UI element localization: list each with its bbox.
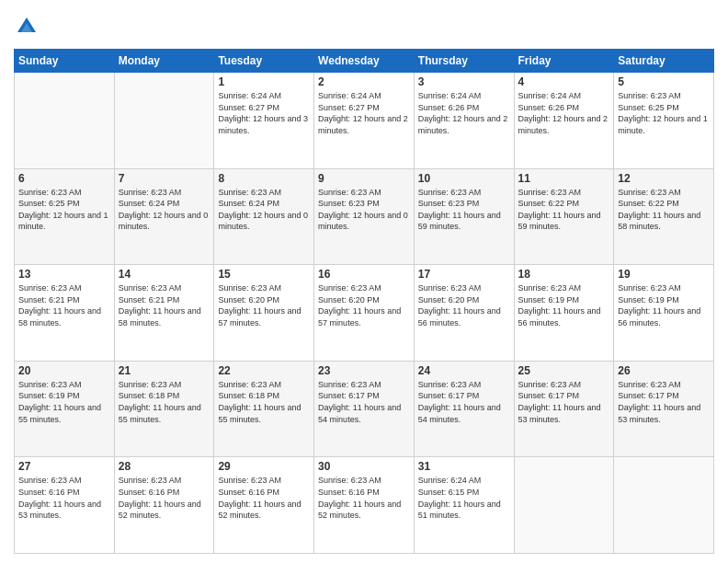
day-of-week-header: Thursday: [414, 50, 514, 73]
calendar-cell: 18Sunrise: 6:23 AM Sunset: 6:19 PM Dayli…: [514, 265, 614, 362]
day-number: 14: [119, 268, 210, 281]
calendar-cell: 7Sunrise: 6:23 AM Sunset: 6:24 PM Daylig…: [114, 168, 214, 265]
day-info: Sunrise: 6:24 AM Sunset: 6:26 PM Dayligh…: [418, 90, 510, 136]
calendar-cell: 12Sunrise: 6:23 AM Sunset: 6:22 PM Dayli…: [614, 168, 714, 265]
calendar-cell: 26Sunrise: 6:23 AM Sunset: 6:17 PM Dayli…: [614, 361, 714, 457]
calendar-cell: 27Sunrise: 6:23 AM Sunset: 6:16 PM Dayli…: [15, 457, 115, 554]
day-info: Sunrise: 6:23 AM Sunset: 6:21 PM Dayligh…: [18, 282, 110, 328]
day-of-week-header: Friday: [514, 50, 614, 73]
logo: [14, 14, 43, 40]
calendar-week-row: 20Sunrise: 6:23 AM Sunset: 6:19 PM Dayli…: [15, 361, 714, 457]
day-number: 5: [618, 75, 710, 88]
calendar-cell: 4Sunrise: 6:24 AM Sunset: 6:26 PM Daylig…: [514, 73, 614, 169]
day-of-week-header: Tuesday: [214, 50, 314, 73]
calendar-cell: 24Sunrise: 6:23 AM Sunset: 6:17 PM Dayli…: [414, 361, 514, 457]
day-info: Sunrise: 6:23 AM Sunset: 6:16 PM Dayligh…: [318, 475, 410, 521]
calendar-cell: 17Sunrise: 6:23 AM Sunset: 6:20 PM Dayli…: [414, 265, 514, 362]
day-info: Sunrise: 6:23 AM Sunset: 6:16 PM Dayligh…: [119, 475, 210, 521]
header-row: SundayMondayTuesdayWednesdayThursdayFrid…: [15, 50, 714, 73]
day-info: Sunrise: 6:23 AM Sunset: 6:25 PM Dayligh…: [618, 90, 710, 136]
day-info: Sunrise: 6:23 AM Sunset: 6:20 PM Dayligh…: [218, 282, 310, 328]
calendar-cell: 25Sunrise: 6:23 AM Sunset: 6:17 PM Dayli…: [514, 361, 614, 457]
day-info: Sunrise: 6:23 AM Sunset: 6:18 PM Dayligh…: [119, 379, 210, 425]
day-info: Sunrise: 6:23 AM Sunset: 6:24 PM Dayligh…: [218, 187, 310, 233]
day-number: 28: [119, 460, 210, 473]
calendar-cell: [114, 73, 214, 169]
calendar-cell: 31Sunrise: 6:24 AM Sunset: 6:15 PM Dayli…: [414, 457, 514, 554]
calendar-table: SundayMondayTuesdayWednesdayThursdayFrid…: [14, 49, 714, 554]
calendar-cell: 21Sunrise: 6:23 AM Sunset: 6:18 PM Dayli…: [114, 361, 214, 457]
calendar-cell: 9Sunrise: 6:23 AM Sunset: 6:23 PM Daylig…: [314, 168, 415, 265]
calendar-cell: 19Sunrise: 6:23 AM Sunset: 6:19 PM Dayli…: [614, 265, 714, 362]
day-number: 17: [418, 268, 510, 281]
day-number: 23: [318, 364, 410, 377]
day-number: 19: [618, 268, 710, 281]
day-info: Sunrise: 6:24 AM Sunset: 6:27 PM Dayligh…: [318, 90, 410, 136]
day-number: 9: [318, 172, 410, 185]
day-info: Sunrise: 6:23 AM Sunset: 6:20 PM Dayligh…: [418, 282, 510, 328]
day-info: Sunrise: 6:24 AM Sunset: 6:15 PM Dayligh…: [418, 475, 510, 521]
calendar-cell: 20Sunrise: 6:23 AM Sunset: 6:19 PM Dayli…: [15, 361, 115, 457]
day-number: 8: [218, 172, 310, 185]
day-info: Sunrise: 6:23 AM Sunset: 6:18 PM Dayligh…: [218, 379, 310, 425]
day-number: 21: [119, 364, 210, 377]
day-info: Sunrise: 6:23 AM Sunset: 6:16 PM Dayligh…: [218, 475, 310, 521]
day-number: 3: [418, 75, 510, 88]
calendar-cell: 28Sunrise: 6:23 AM Sunset: 6:16 PM Dayli…: [114, 457, 214, 554]
calendar-cell: 23Sunrise: 6:23 AM Sunset: 6:17 PM Dayli…: [314, 361, 415, 457]
calendar-cell: 2Sunrise: 6:24 AM Sunset: 6:27 PM Daylig…: [314, 73, 415, 169]
day-info: Sunrise: 6:24 AM Sunset: 6:27 PM Dayligh…: [218, 90, 310, 136]
calendar-cell: 29Sunrise: 6:23 AM Sunset: 6:16 PM Dayli…: [214, 457, 314, 554]
calendar-week-row: 13Sunrise: 6:23 AM Sunset: 6:21 PM Dayli…: [15, 265, 714, 362]
day-number: 27: [18, 460, 110, 473]
day-of-week-header: Wednesday: [314, 50, 415, 73]
logo-icon: [14, 14, 40, 40]
day-info: Sunrise: 6:23 AM Sunset: 6:19 PM Dayligh…: [18, 379, 110, 425]
day-number: 15: [218, 268, 310, 281]
day-info: Sunrise: 6:23 AM Sunset: 6:19 PM Dayligh…: [618, 282, 710, 328]
calendar-cell: 13Sunrise: 6:23 AM Sunset: 6:21 PM Dayli…: [15, 265, 115, 362]
calendar-cell: 11Sunrise: 6:23 AM Sunset: 6:22 PM Dayli…: [514, 168, 614, 265]
calendar-cell: [514, 457, 614, 554]
calendar-cell: 15Sunrise: 6:23 AM Sunset: 6:20 PM Dayli…: [214, 265, 314, 362]
calendar-cell: 1Sunrise: 6:24 AM Sunset: 6:27 PM Daylig…: [214, 73, 314, 169]
day-number: 6: [18, 172, 110, 185]
day-info: Sunrise: 6:23 AM Sunset: 6:17 PM Dayligh…: [318, 379, 410, 425]
day-number: 1: [218, 75, 310, 88]
calendar-cell: 14Sunrise: 6:23 AM Sunset: 6:21 PM Dayli…: [114, 265, 214, 362]
day-of-week-header: Monday: [114, 50, 214, 73]
day-number: 31: [418, 460, 510, 473]
calendar-cell: [15, 73, 115, 169]
header: [14, 14, 714, 40]
day-number: 10: [418, 172, 510, 185]
calendar-cell: 10Sunrise: 6:23 AM Sunset: 6:23 PM Dayli…: [414, 168, 514, 265]
day-of-week-header: Sunday: [15, 50, 115, 73]
day-info: Sunrise: 6:23 AM Sunset: 6:20 PM Dayligh…: [318, 282, 410, 328]
calendar-cell: 5Sunrise: 6:23 AM Sunset: 6:25 PM Daylig…: [614, 73, 714, 169]
calendar-cell: 16Sunrise: 6:23 AM Sunset: 6:20 PM Dayli…: [314, 265, 415, 362]
day-info: Sunrise: 6:23 AM Sunset: 6:22 PM Dayligh…: [518, 187, 610, 233]
day-number: 13: [18, 268, 110, 281]
day-info: Sunrise: 6:23 AM Sunset: 6:21 PM Dayligh…: [119, 282, 210, 328]
day-number: 18: [518, 268, 610, 281]
day-info: Sunrise: 6:24 AM Sunset: 6:26 PM Dayligh…: [518, 90, 610, 136]
calendar-week-row: 6Sunrise: 6:23 AM Sunset: 6:25 PM Daylig…: [15, 168, 714, 265]
day-info: Sunrise: 6:23 AM Sunset: 6:24 PM Dayligh…: [119, 187, 210, 233]
calendar-cell: 22Sunrise: 6:23 AM Sunset: 6:18 PM Dayli…: [214, 361, 314, 457]
calendar-week-row: 1Sunrise: 6:24 AM Sunset: 6:27 PM Daylig…: [15, 73, 714, 169]
day-number: 16: [318, 268, 410, 281]
calendar-week-row: 27Sunrise: 6:23 AM Sunset: 6:16 PM Dayli…: [15, 457, 714, 554]
day-number: 26: [618, 364, 710, 377]
calendar-cell: 3Sunrise: 6:24 AM Sunset: 6:26 PM Daylig…: [414, 73, 514, 169]
calendar-cell: [614, 457, 714, 554]
day-info: Sunrise: 6:23 AM Sunset: 6:19 PM Dayligh…: [518, 282, 610, 328]
day-number: 7: [119, 172, 210, 185]
day-info: Sunrise: 6:23 AM Sunset: 6:23 PM Dayligh…: [318, 187, 410, 233]
day-info: Sunrise: 6:23 AM Sunset: 6:22 PM Dayligh…: [618, 187, 710, 233]
calendar-cell: 30Sunrise: 6:23 AM Sunset: 6:16 PM Dayli…: [314, 457, 415, 554]
day-info: Sunrise: 6:23 AM Sunset: 6:17 PM Dayligh…: [418, 379, 510, 425]
day-number: 11: [518, 172, 610, 185]
day-number: 4: [518, 75, 610, 88]
day-number: 29: [218, 460, 310, 473]
calendar-cell: 6Sunrise: 6:23 AM Sunset: 6:25 PM Daylig…: [15, 168, 115, 265]
